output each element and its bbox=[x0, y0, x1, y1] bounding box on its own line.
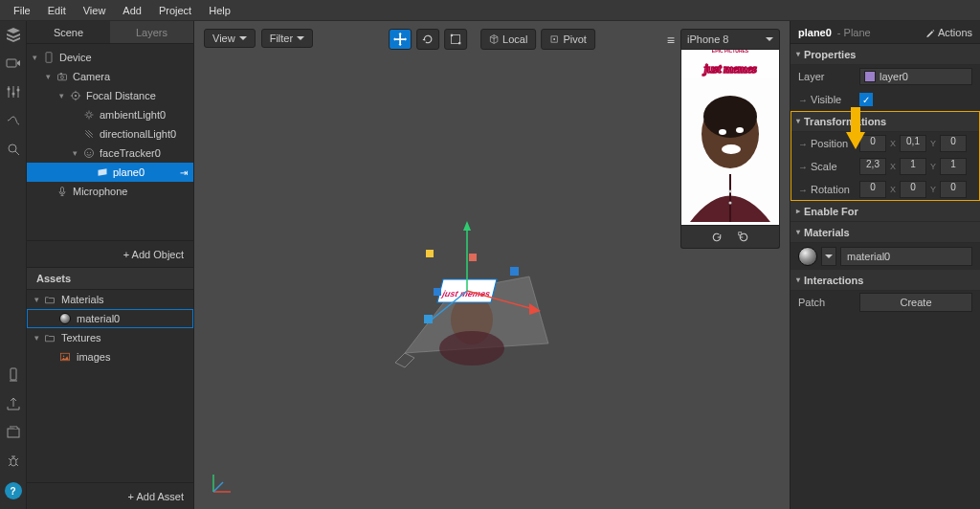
svg-rect-11 bbox=[60, 73, 62, 75]
tree-item-focal distance[interactable]: ▾Focal Distance bbox=[27, 86, 193, 105]
help-icon[interactable]: ? bbox=[5, 482, 22, 499]
menu-help[interactable]: Help bbox=[201, 2, 238, 19]
svg-point-14 bbox=[87, 113, 92, 118]
view-dropdown[interactable]: View bbox=[204, 29, 256, 48]
local-toggle[interactable]: Local bbox=[480, 29, 536, 50]
menu-edit[interactable]: Edit bbox=[40, 2, 74, 19]
svg-text:just memes: just memes bbox=[440, 289, 491, 299]
patch-icon[interactable] bbox=[6, 113, 21, 128]
svg-point-10 bbox=[61, 76, 64, 78]
rotation-x-input[interactable]: 0 bbox=[859, 181, 886, 198]
svg-marker-31 bbox=[463, 221, 471, 231]
camera-icon bbox=[56, 70, 69, 83]
scale-z-input[interactable]: 1 bbox=[940, 158, 967, 175]
bug-icon[interactable] bbox=[6, 454, 21, 469]
svg-rect-9 bbox=[58, 75, 67, 80]
layer-dropdown[interactable]: layer0 bbox=[859, 68, 972, 85]
tree-item-device[interactable]: ▾Device bbox=[27, 48, 193, 67]
preview-logo: just memes bbox=[704, 61, 757, 77]
library-icon[interactable] bbox=[6, 425, 21, 440]
asset-item-images[interactable]: images bbox=[27, 347, 193, 366]
visible-checkbox[interactable]: ✓ bbox=[859, 93, 873, 106]
viewport[interactable]: View Filter Local Pivot bbox=[194, 21, 790, 509]
section-enable-for[interactable]: Enable For bbox=[791, 201, 980, 222]
menu-file[interactable]: File bbox=[6, 2, 38, 19]
folder-icon bbox=[44, 332, 57, 343]
svg-point-25 bbox=[553, 38, 555, 40]
svg-point-46 bbox=[719, 129, 726, 135]
mic-icon bbox=[56, 185, 69, 198]
tree-item-microphone[interactable]: Microphone bbox=[27, 182, 193, 201]
section-transformations[interactable]: Transformations bbox=[791, 111, 980, 132]
scale-y-input[interactable]: 1 bbox=[900, 158, 926, 175]
tree-item-facetracker0[interactable]: ▾faceTracker0 bbox=[27, 144, 193, 163]
section-materials[interactable]: Materials bbox=[791, 222, 980, 243]
svg-point-27 bbox=[439, 331, 504, 365]
asset-item-textures[interactable]: ▾Textures bbox=[27, 328, 193, 347]
light-icon bbox=[82, 108, 96, 122]
face-icon bbox=[82, 146, 96, 160]
tree-item-directionallight0[interactable]: directionalLight0 bbox=[27, 124, 193, 144]
menu-add[interactable]: Add bbox=[115, 2, 149, 19]
search-icon[interactable] bbox=[6, 142, 21, 157]
menu-view[interactable]: View bbox=[76, 2, 114, 19]
move-tool[interactable] bbox=[389, 29, 412, 50]
pause-icon[interactable] bbox=[711, 232, 723, 243]
vertical-toolbar: ? bbox=[0, 21, 27, 509]
asset-item-material0[interactable]: material0 bbox=[27, 309, 193, 328]
svg-rect-39 bbox=[434, 288, 441, 296]
add-object-button[interactable]: + Add Object bbox=[27, 240, 193, 267]
rotation-z-input[interactable]: 0 bbox=[940, 181, 967, 198]
preview-subtitle: EPIC PICTURES bbox=[712, 50, 748, 54]
tree-item-plane0[interactable]: plane0⇥ bbox=[27, 163, 193, 182]
reset-icon[interactable] bbox=[738, 232, 749, 243]
position-x-input[interactable]: 0 bbox=[859, 135, 886, 152]
actions-button[interactable]: Actions bbox=[925, 27, 972, 38]
position-y-input[interactable]: 0,1 bbox=[900, 135, 926, 152]
create-patch-button[interactable]: Create bbox=[859, 293, 972, 312]
svg-point-48 bbox=[722, 144, 741, 154]
svg-point-2 bbox=[11, 93, 14, 96]
rotation-y-input[interactable]: 0 bbox=[900, 181, 926, 198]
material-select[interactable]: material0 bbox=[840, 247, 972, 266]
add-asset-button[interactable]: + Add Asset bbox=[27, 482, 193, 509]
asset-item-materials[interactable]: ▾Materials bbox=[27, 290, 193, 309]
rotate-tool[interactable] bbox=[416, 29, 439, 50]
section-properties[interactable]: Properties bbox=[791, 44, 980, 65]
svg-point-47 bbox=[736, 127, 744, 133]
matball-icon bbox=[59, 313, 73, 324]
patch-label: Patch bbox=[798, 297, 859, 308]
menu-project[interactable]: Project bbox=[151, 2, 199, 19]
preview-menu-icon[interactable]: ≡ bbox=[667, 33, 675, 48]
svg-point-49 bbox=[729, 190, 732, 193]
rotation-label: Rotation bbox=[811, 184, 850, 195]
scene-tree: ▾Device▾Camera▾Focal DistanceambientLigh… bbox=[27, 44, 193, 240]
svg-rect-22 bbox=[451, 34, 453, 36]
svg-rect-18 bbox=[61, 188, 64, 193]
tab-layers[interactable]: Layers bbox=[110, 21, 193, 43]
export-icon[interactable] bbox=[6, 396, 21, 411]
svg-point-4 bbox=[9, 144, 16, 152]
tree-item-ambientlight0[interactable]: ambientLight0 bbox=[27, 105, 193, 124]
material-dropdown-toggle[interactable] bbox=[821, 247, 836, 266]
plane-icon bbox=[96, 166, 109, 179]
tab-scene[interactable]: Scene bbox=[27, 21, 110, 43]
assets-header[interactable]: Assets bbox=[27, 267, 193, 290]
device-selector[interactable]: iPhone 8 bbox=[680, 29, 780, 50]
sliders-icon[interactable] bbox=[6, 84, 21, 100]
device-icon[interactable] bbox=[6, 367, 21, 383]
svg-rect-35 bbox=[424, 315, 433, 323]
link-icon[interactable]: → bbox=[798, 95, 808, 105]
video-icon[interactable] bbox=[6, 55, 21, 71]
layers-icon[interactable] bbox=[6, 27, 21, 42]
filter-dropdown[interactable]: Filter bbox=[261, 29, 313, 48]
section-interactions[interactable]: Interactions bbox=[791, 270, 980, 291]
tree-item-camera[interactable]: ▾Camera bbox=[27, 67, 193, 86]
pivot-toggle[interactable]: Pivot bbox=[541, 29, 594, 50]
svg-point-7 bbox=[11, 458, 16, 466]
menu-bar: File Edit View Add Project Help bbox=[0, 0, 980, 21]
focal-icon bbox=[69, 89, 82, 102]
scale-tool[interactable] bbox=[444, 29, 467, 50]
position-z-input[interactable]: 0 bbox=[940, 135, 967, 152]
scale-x-input[interactable]: 2,3 bbox=[859, 158, 886, 175]
